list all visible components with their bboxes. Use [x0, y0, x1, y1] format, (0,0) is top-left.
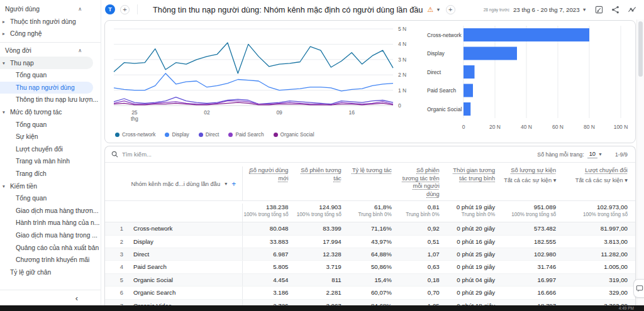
insights-icon[interactable]	[628, 6, 636, 14]
legend-label: Direct	[206, 131, 219, 138]
legend-label: Paid Search	[235, 131, 264, 138]
legend-item-display[interactable]: Display	[165, 131, 189, 138]
sidebar-item-h-nh-tr-nh-mua-h-ng-c-a-n[interactable]: Hành trình mua hàng của n...	[0, 217, 101, 229]
metric-cell: 60,07%	[349, 286, 399, 298]
bar-organic-social[interactable]	[464, 102, 470, 116]
users-by-channel-bar-chart[interactable]: 020 N40 N60 N80 N100 NCross-networkDispl…	[426, 23, 636, 138]
metric-cell: 16.666	[502, 286, 564, 298]
insights-panel-button[interactable]	[633, 279, 644, 298]
legend-item-paid-search[interactable]: Paid Search	[228, 131, 264, 138]
metric-cell: 0,70	[399, 286, 447, 298]
bar-paid-search[interactable]	[464, 84, 473, 97]
sidebar-item-m-c-t-ng-t-c[interactable]: ▾Mức độ tương tác	[0, 106, 101, 119]
dimension-chevron-icon[interactable]: ▾	[225, 181, 227, 187]
column-header-3[interactable]: Tỷ lệ tương tác	[349, 166, 399, 200]
legend-item-cross-network[interactable]: Cross-network	[115, 131, 155, 138]
event-filter-dropdown[interactable]: Tất cả các sự kiện ▾	[565, 177, 628, 185]
chevron-down-icon[interactable]: ▾	[3, 60, 5, 66]
vertical-scrollbar[interactable]	[636, 19, 644, 305]
sidebar-item-v-ng-i[interactable]: Vòng đời∧	[0, 45, 101, 57]
chevron-down-icon[interactable]: ▾	[3, 183, 5, 189]
data-quality-warning-icon[interactable]: ⚠	[427, 6, 433, 14]
column-header-2[interactable]: Số phiên tương tác	[296, 166, 348, 200]
line-series-cross-network[interactable]	[114, 43, 393, 74]
sidebar-item-t-ng-quan[interactable]: Tổng quan	[0, 118, 101, 131]
sidebar-item-ki-m-ti-n[interactable]: ▾Kiếm tiền	[0, 180, 101, 192]
metric-cell: 43,97%	[349, 236, 399, 248]
date-range-picker[interactable]: 23 thg 6 - 20 thg 7, 2023	[513, 6, 580, 13]
add-metric-button[interactable]: +	[446, 5, 455, 14]
x-axis-tick-label: 02	[204, 109, 210, 116]
sidebar-item-label: Giao dịch mua hàng trong ...	[16, 232, 97, 239]
column-header-4[interactable]: Số phiên tương tác trên mỗi người dùng	[399, 166, 447, 200]
column-header-label: Lượt chuyển đổi	[585, 167, 628, 173]
column-header-label: Số người dùng mới	[250, 167, 289, 182]
chevron-right-icon[interactable]: ▸	[3, 31, 5, 36]
search-input[interactable]	[122, 151, 260, 158]
title-chevron-down-icon[interactable]: ▼	[436, 7, 440, 13]
channel-name: Display	[133, 236, 153, 248]
add-dimension-button[interactable]: +	[231, 180, 236, 188]
sidebar-item-ng-i-d-ng[interactable]: Người dùng∧	[0, 3, 101, 16]
bar-display[interactable]	[464, 47, 517, 60]
avatar[interactable]: T	[105, 4, 115, 14]
sidebar-item-giao-d-ch-mua-h-ng-trong[interactable]: Giao dịch mua hàng trong ...	[0, 229, 101, 242]
sidebar-item-t-ng-quan[interactable]: Tổng quan	[0, 69, 101, 82]
metric-cell: 0,51	[399, 236, 447, 248]
legend-label: Cross-network	[122, 131, 155, 138]
totals-dimension-cell	[105, 204, 243, 222]
sidebar-item-trang-v-m-n-h-nh[interactable]: Trang và màn hình	[0, 155, 101, 168]
sidebar-item-thu-n-p-ng-i-d-ng[interactable]: Thu nạp người dùng	[0, 82, 93, 94]
bar-direct[interactable]	[464, 65, 475, 79]
rows-per-page-select[interactable]: 10	[587, 151, 597, 158]
dimension-column-header[interactable]: Nhóm kênh mặc đ...i dùng lần đầu▾+	[105, 166, 243, 200]
event-filter-dropdown[interactable]: Tất cả các sự kiện ▾	[504, 177, 556, 185]
column-header-5[interactable]: Thời gian tương tác trung bình	[447, 166, 503, 200]
sidebar-item-s-ki-n[interactable]: Sự kiện	[0, 131, 101, 143]
sidebar-item-thu-c-t-nh-ng-i-d-ng[interactable]: ▸Thuộc tính người dùng	[0, 16, 101, 28]
legend-item-direct[interactable]: Direct	[199, 131, 219, 138]
table-row-cross-network: 1Cross-network80.04883.39971,16%0,920 ph…	[105, 222, 635, 235]
table-row-organic-social: 5Organic Social4.45481115,4%0,180 phút 0…	[105, 274, 635, 286]
rows-per-page-chevron-icon[interactable]: ▼	[598, 152, 602, 156]
channel-name: Cross-network	[133, 222, 172, 234]
chevron-down-icon[interactable]: ▾	[3, 109, 5, 115]
chevron-right-icon[interactable]: ▸	[3, 19, 5, 25]
section-collapse-icon[interactable]: ∧	[78, 6, 82, 12]
date-chevron-down-icon[interactable]: ▼	[582, 7, 587, 13]
metric-cell: 81.997,00	[564, 222, 635, 234]
users-over-time-line-chart[interactable]: 01 N2 N3 N4 N5 N25thg020916	[109, 23, 411, 128]
line-series-display[interactable]	[114, 74, 393, 91]
customize-report-icon[interactable]	[595, 6, 603, 14]
sort-descending-icon[interactable]: ↓	[248, 167, 251, 176]
column-header-1[interactable]: ↓Số người dùng mới	[243, 166, 296, 200]
metric-cell: 17.994	[296, 236, 348, 248]
sidebar-item-ch-ng-tr-nh-khuy-n-m-i[interactable]: Chương trình khuyến mãi	[0, 254, 101, 266]
sidebar-item-l-t-chuy-n-i[interactable]: Lượt chuyển đổi	[0, 143, 101, 156]
sidebar-collapse-button[interactable]: ‹	[0, 290, 101, 305]
sidebar-item-t-l-gi-ch-n[interactable]: Tỷ lệ giữ chân	[0, 266, 101, 278]
sidebar-item-trang-ch[interactable]: Trang đích	[0, 168, 101, 180]
sidebar-item-label: Hành trình mua hàng của n...	[16, 219, 99, 226]
sidebar-item-thu-n-p[interactable]: ▾Thu nạp	[0, 57, 93, 69]
column-header-6[interactable]: Số lượng sự kiệnTất cả các sự kiện ▾	[502, 166, 564, 200]
totals-value: 138.238	[243, 204, 288, 210]
bar-cross-network[interactable]	[464, 28, 589, 41]
metric-cell: 6.987	[243, 248, 296, 260]
metric-cell: 3.186	[243, 286, 296, 298]
column-header-7[interactable]: Lượt chuyển đổiTất cả các sự kiện ▾	[564, 166, 635, 200]
sidebar-item-qu-ng-c-o-c-a-nh-xu-t-b-n[interactable]: Quảng cáo của nhà xuất bản	[0, 241, 101, 254]
metric-cell: 319,00	[564, 274, 635, 286]
add-comparison-button[interactable]: +	[120, 5, 130, 14]
legend-dot-icon	[115, 133, 119, 137]
sidebar-item-giao-d-ch-mua-h-ng-th-n[interactable]: Giao dịch mua hàng thươn...	[0, 205, 101, 217]
sidebar-item-th-ng-tin-thu-n-p-l-u-l-n[interactable]: Thông tin thu nạp lưu lượn...	[0, 94, 101, 106]
legend-item-organic-social[interactable]: Organic Social	[274, 131, 314, 138]
section-collapse-icon[interactable]: ∧	[78, 48, 82, 53]
totals-cell: 102.973,00100% trong tổng số	[564, 204, 635, 222]
sidebar-item-c-ng-ngh[interactable]: ▸Công nghệ	[0, 28, 101, 40]
sidebar-item-t-ng-quan[interactable]: Tổng quan	[0, 192, 101, 205]
scrollbar-thumb[interactable]	[638, 21, 643, 77]
share-icon[interactable]	[611, 6, 619, 14]
totals-cell: 138.238100% trong tổng số	[243, 204, 296, 222]
